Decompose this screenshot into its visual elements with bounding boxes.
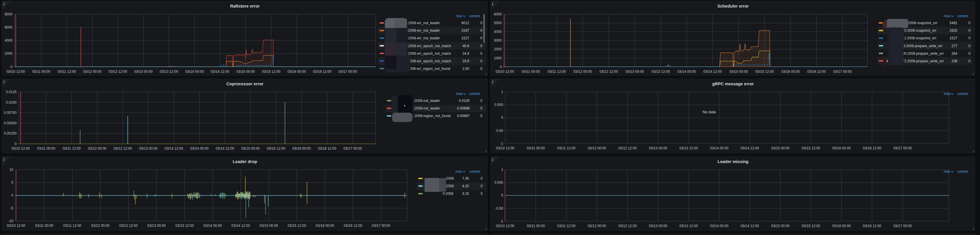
svg-text:-0.50: -0.50 — [495, 129, 503, 133]
svg-text:03/12 12:00: 03/12 12:00 — [113, 147, 132, 150]
svg-text:current: current — [469, 169, 480, 174]
svg-text::2008-not_leader: :2008-not_leader — [414, 106, 440, 110]
svg-text:Leader missing: Leader missing — [718, 159, 748, 164]
svg-text:03/12 12:00: 03/12 12:00 — [618, 224, 637, 228]
svg-text:03/10 12:00: 03/10 12:00 — [11, 147, 30, 150]
svg-text:03/12 12:00: 03/12 12:00 — [618, 146, 637, 150]
svg-text:3197: 3197 — [461, 29, 469, 33]
svg-text:03/17 00:00: 03/17 00:00 — [834, 70, 852, 74]
svg-text:Leader drop: Leader drop — [233, 159, 257, 164]
svg-text:0: 0 — [501, 193, 503, 197]
svg-text:03/10 12:00: 03/10 12:00 — [496, 224, 515, 228]
svg-text:2.50: 2.50 — [463, 67, 469, 71]
svg-text:0.00667: 0.00667 — [457, 114, 470, 118]
svg-text:03/16 00:00: 03/16 00:00 — [287, 70, 306, 74]
svg-text:03/16 00:00: 03/16 00:00 — [781, 70, 800, 74]
svg-text:0: 0 — [480, 114, 482, 118]
svg-text:03/11 12:00: 03/11 12:00 — [557, 146, 576, 150]
svg-text:4: 4 — [886, 59, 888, 63]
svg-text:1527: 1527 — [950, 36, 957, 40]
svg-text:10: 10 — [9, 168, 13, 172]
svg-text::2008: :2008 — [445, 184, 454, 188]
svg-text:03/13 12:00: 03/13 12:00 — [175, 224, 194, 228]
svg-text:-1: -1 — [500, 142, 503, 145]
svg-text:-5: -5 — [10, 206, 13, 210]
svg-text:03/13 00:00: 03/13 00:00 — [649, 146, 668, 150]
svg-text:03/11 00:00: 03/11 00:00 — [37, 147, 55, 150]
svg-text:03/11 12:00: 03/11 12:00 — [557, 224, 576, 228]
svg-text:3.15: 3.15 — [462, 192, 469, 196]
svg-text:03/15 12:00: 03/15 12:00 — [288, 224, 306, 228]
svg-text:03/11 00:00: 03/11 00:00 — [35, 224, 54, 228]
svg-text:03/13 00:00: 03/13 00:00 — [625, 70, 644, 74]
svg-text:03/14 12:00: 03/14 12:00 — [703, 70, 722, 74]
svg-text:03/15 12:00: 03/15 12:00 — [267, 147, 285, 150]
svg-text:0: 0 — [14, 142, 17, 146]
svg-text:03/16 00:00: 03/16 00:00 — [316, 224, 334, 228]
svg-text:03/14 12:00: 03/14 12:00 — [216, 147, 234, 150]
svg-text::2008-err_not_leader: :2008-err_not_leader — [407, 29, 440, 33]
svg-text:5: 5 — [11, 181, 13, 185]
svg-text:0: 0 — [968, 29, 970, 33]
svg-text:1: 1 — [501, 90, 503, 94]
svg-text:03/14 00:00: 03/14 00:00 — [185, 70, 204, 74]
svg-text:9:2008-prepare_write_err: 9:2008-prepare_write_err — [903, 44, 942, 48]
svg-text:current: current — [957, 92, 968, 96]
svg-text:Coprocessor error: Coprocessor error — [226, 82, 264, 86]
svg-text:0: 0 — [968, 51, 970, 56]
svg-text:30:2008-prepare_write_err: 30:2008-prepare_write_err — [903, 51, 944, 56]
svg-text::2008-err_epoch_not_match: :2008-err_epoch_not_match — [407, 51, 451, 56]
svg-text:03/12 12:00: 03/12 12:00 — [109, 70, 127, 74]
svg-text:03/13 12:00: 03/13 12:00 — [160, 70, 178, 74]
svg-text:03/15 00:00: 03/15 00:00 — [771, 224, 790, 228]
svg-text:0:2008-snapshot_err: 0:2008-snapshot_err — [904, 29, 937, 33]
svg-text:40.6: 40.6 — [463, 44, 469, 48]
svg-text::2008-err_not_leader: :2008-err_not_leader — [407, 36, 440, 40]
svg-text:1:2008-snapshot_err: 1:2008-snapshot_err — [904, 36, 937, 40]
svg-text:0: 0 — [480, 36, 482, 40]
svg-text:03/16 12:00: 03/16 12:00 — [807, 70, 826, 74]
svg-text:0.00500: 0.00500 — [4, 121, 17, 125]
svg-text:2000: 2000 — [494, 47, 502, 51]
svg-text:03/12 12:00: 03/12 12:00 — [119, 224, 138, 228]
svg-text:7.35: 7.35 — [462, 176, 469, 181]
svg-text:-1: -1 — [500, 219, 503, 223]
svg-text::2008: :2008 — [445, 176, 454, 181]
svg-text:0.500: 0.500 — [495, 181, 503, 185]
svg-text:03/12 00:00: 03/12 00:00 — [588, 146, 606, 150]
svg-text:0: 0 — [480, 99, 482, 103]
svg-text:03/14 00:00: 03/14 00:00 — [710, 146, 729, 150]
svg-text:03/15 12:00: 03/15 12:00 — [802, 224, 820, 228]
svg-text:03/13 00:00: 03/13 00:00 — [139, 147, 158, 150]
svg-text:03/17 00:00: 03/17 00:00 — [339, 70, 357, 74]
svg-text:03/14 12:00: 03/14 12:00 — [741, 224, 759, 228]
svg-text:0: 0 — [501, 116, 503, 120]
svg-text:03/10 12:00: 03/10 12:00 — [496, 146, 515, 150]
svg-text:03/11 00:00: 03/11 00:00 — [522, 70, 540, 74]
svg-text:0: 0 — [11, 193, 13, 197]
svg-text:03/16 12:00: 03/16 12:00 — [863, 146, 881, 150]
svg-text:03/11 00:00: 03/11 00:00 — [527, 146, 545, 150]
svg-text:03/16 12:00: 03/16 12:00 — [863, 224, 881, 228]
svg-text:03/16 12:00: 03/16 12:00 — [313, 70, 332, 74]
svg-text:0: 0 — [968, 36, 970, 40]
svg-text:03/12 00:00: 03/12 00:00 — [588, 224, 606, 228]
svg-text:03/14 12:00: 03/14 12:00 — [211, 70, 229, 74]
svg-text::2008-not_leader: :2008-not_leader — [414, 99, 440, 103]
svg-text:2000: 2000 — [5, 51, 13, 56]
svg-text:3000: 3000 — [494, 38, 502, 43]
svg-text:0.0100: 0.0100 — [6, 101, 17, 104]
svg-text:4.20: 4.20 — [462, 184, 469, 188]
svg-text:0.00686: 0.00686 — [457, 106, 470, 110]
svg-text:03/13 12:00: 03/13 12:00 — [651, 70, 670, 74]
svg-text:0: 0 — [500, 65, 502, 69]
svg-text:03/15 12:00: 03/15 12:00 — [756, 70, 774, 74]
svg-text:03/14 00:00: 03/14 00:00 — [190, 147, 209, 150]
svg-text:0: 0 — [480, 44, 482, 48]
svg-text:03/15 12:00: 03/15 12:00 — [802, 146, 820, 150]
svg-text:8000: 8000 — [5, 12, 13, 16]
svg-text:03/13 00:00: 03/13 00:00 — [147, 224, 166, 228]
svg-text:03/16 12:00: 03/16 12:00 — [344, 224, 363, 228]
svg-text:2008-snapshot_err: 2008-snapshot_err — [908, 21, 937, 25]
svg-text:24.9: 24.9 — [463, 51, 469, 56]
